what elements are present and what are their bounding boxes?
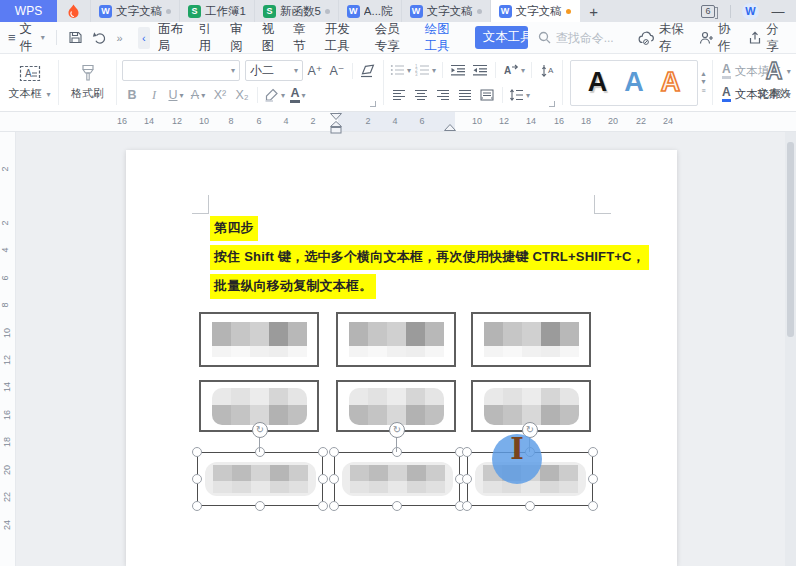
hanging-indent-marker[interactable]	[330, 121, 342, 134]
tab-developer[interactable]: 开发工具	[325, 21, 362, 55]
underline-button[interactable]: U▾	[166, 85, 186, 105]
selection-handle[interactable]	[329, 447, 339, 457]
doc-tab-4[interactable]: W A...院	[339, 0, 402, 22]
line-spacing-icon[interactable]: ▾	[508, 85, 531, 105]
share-button[interactable]: 分享	[748, 21, 782, 55]
clear-format-eraser-icon[interactable]	[358, 61, 378, 81]
tab-drawing-tools[interactable]: 绘图工具	[425, 21, 462, 55]
selection-handle[interactable]	[329, 501, 339, 511]
collaborate-button[interactable]: 协作	[699, 21, 734, 55]
font-size-combo[interactable]: ▾	[245, 60, 303, 81]
text-direction-icon[interactable]: A▾	[501, 60, 526, 80]
font-size-input[interactable]	[250, 64, 292, 78]
command-search[interactable]	[538, 31, 630, 45]
gallery-down-icon[interactable]: ▼	[700, 78, 707, 86]
minimize-button[interactable]: —	[770, 4, 786, 19]
justify-icon[interactable]	[455, 85, 475, 105]
sort-icon[interactable]: A	[537, 60, 557, 80]
selection-handle[interactable]	[525, 501, 535, 511]
file-menu[interactable]: ≡ 文件 ▾	[8, 21, 45, 55]
textbox-row3-col2-selected[interactable]	[334, 452, 460, 506]
selection-handle[interactable]	[192, 447, 202, 457]
doc-tab-6-active[interactable]: W 文字文稿	[491, 0, 580, 22]
bullet-list-icon[interactable]: ▾	[389, 60, 412, 80]
search-input[interactable]	[556, 31, 630, 45]
decrease-indent-icon[interactable]	[448, 60, 468, 80]
selection-handle[interactable]	[318, 447, 328, 457]
rotation-handle-icon[interactable]: ↻	[389, 422, 405, 438]
wordart-style-black[interactable]: A	[588, 69, 608, 96]
tab-page-layout[interactable]: 面布局	[158, 21, 186, 55]
selection-handle[interactable]	[462, 501, 472, 511]
selection-handle[interactable]	[392, 447, 402, 457]
wps-assistant-icon[interactable]: W	[742, 3, 759, 20]
distribute-icon[interactable]	[477, 85, 497, 105]
selection-handle[interactable]	[588, 501, 598, 511]
insert-textbox-button[interactable]: A 文本框 ▾	[6, 58, 53, 107]
font-color-button[interactable]: A▾	[288, 85, 308, 105]
grow-font-button[interactable]: A⁺	[305, 61, 325, 81]
bold-button[interactable]: B	[122, 85, 142, 105]
selection-handle[interactable]	[192, 474, 202, 484]
gallery-up-icon[interactable]: ▲	[700, 70, 707, 78]
format-painter-button[interactable]: 格式刷	[64, 58, 111, 107]
selection-handle[interactable]	[255, 501, 265, 511]
increase-indent-icon[interactable]	[470, 60, 490, 80]
wordart-style-gallery[interactable]: A A A	[570, 60, 698, 106]
first-line-indent-marker[interactable]	[330, 113, 342, 120]
tab-text-tools-active[interactable]: 文本工具	[475, 26, 528, 49]
textbox-row1-col3[interactable]	[471, 312, 591, 367]
selection-handle[interactable]	[318, 474, 328, 484]
window-list-button[interactable]: 6	[701, 5, 715, 18]
align-right-icon[interactable]	[433, 85, 453, 105]
tab-view[interactable]: 视图	[262, 21, 281, 55]
shrink-font-button[interactable]: A⁻	[327, 61, 347, 81]
undo-button[interactable]	[92, 28, 108, 48]
highlight-pen-icon[interactable]: ▾	[263, 85, 286, 105]
rotation-handle-icon[interactable]: ↻	[252, 422, 268, 438]
font-family-input[interactable]	[127, 64, 229, 78]
paragraph-dialog-launcher-icon[interactable]	[549, 101, 555, 107]
more-commands-icon[interactable]: »	[116, 32, 129, 44]
selection-handle[interactable]	[392, 501, 402, 511]
selection-handle[interactable]	[318, 501, 328, 511]
textbox-row1-col2[interactable]	[336, 312, 456, 367]
selection-handle[interactable]	[329, 474, 339, 484]
wps-home-button[interactable]: WPS	[0, 0, 57, 22]
textbox-row3-col1-selected[interactable]	[197, 452, 323, 506]
tab-membership[interactable]: 会员专享	[375, 21, 412, 55]
tab-apps-home[interactable]	[57, 0, 91, 22]
strikethrough-button[interactable]: A▾	[188, 85, 208, 105]
align-center-icon[interactable]	[411, 85, 431, 105]
doc-tab-5[interactable]: W 文字文稿	[402, 0, 491, 22]
selection-handle[interactable]	[462, 447, 472, 457]
selection-handle[interactable]	[588, 447, 598, 457]
save-button[interactable]	[68, 28, 84, 48]
align-left-icon[interactable]	[389, 85, 409, 105]
tab-references[interactable]: 引用	[199, 21, 218, 55]
ribbon-scroll-left-button[interactable]: ‹	[138, 27, 150, 49]
wordart-style-orange[interactable]: A	[661, 69, 681, 96]
document-page[interactable]: 第四步 按住 Shift 键，选中多个横向文本框，再次使用快捷键 CTRL+SH…	[126, 150, 677, 566]
right-indent-marker[interactable]	[444, 124, 456, 132]
gallery-more-icon[interactable]: ≡	[701, 87, 705, 95]
tab-review[interactable]: 审阅	[230, 21, 249, 55]
selection-handle[interactable]	[462, 474, 472, 484]
selection-handle[interactable]	[588, 474, 598, 484]
doc-tab-2[interactable]: S 工作簿1	[180, 0, 255, 22]
tab-section[interactable]: 章节	[293, 21, 312, 55]
save-status[interactable]: 未保存	[638, 21, 684, 55]
gallery-scroll-controls[interactable]: ▲ ▼ ≡	[700, 58, 707, 107]
selection-handle[interactable]	[255, 447, 265, 457]
selection-handle[interactable]	[192, 501, 202, 511]
font-dialog-launcher-icon[interactable]	[370, 101, 376, 107]
new-tab-button[interactable]: +	[580, 0, 608, 22]
textbox-row1-col1[interactable]	[199, 312, 319, 367]
doc-tab-3[interactable]: S 新函数5	[255, 0, 339, 22]
numbered-list-icon[interactable]: 123▾	[414, 60, 437, 80]
italic-button[interactable]: I	[144, 85, 164, 105]
vertical-scrollbar[interactable]	[785, 132, 796, 566]
wordart-style-blue[interactable]: A	[624, 69, 644, 96]
subscript-button[interactable]: X₂	[232, 85, 252, 105]
font-family-combo[interactable]: ▾	[122, 60, 240, 81]
